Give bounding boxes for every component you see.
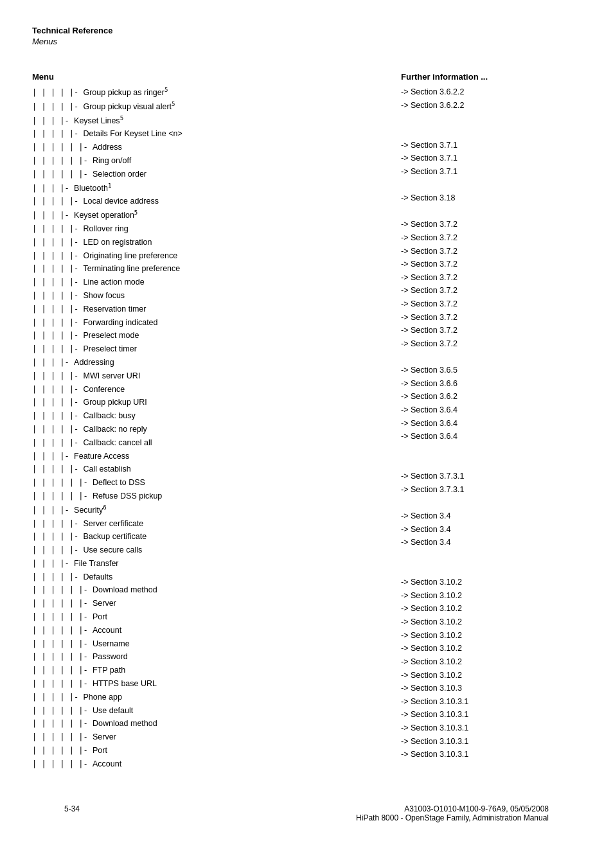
menu-symbol: |-: [69, 224, 84, 233]
further-entry: -> Section 3.6.5: [401, 364, 581, 377]
menu-indent: | | |: [32, 184, 60, 193]
header-subtitle: Menus: [32, 37, 581, 46]
menu-indent: | | | | |: [32, 652, 78, 661]
menu-indent: | | | |: [32, 465, 69, 474]
menu-indent: | | | | |: [32, 156, 78, 165]
menu-row: | | | | |- LED on registration: [32, 236, 401, 249]
menu-label: Local device address: [83, 197, 158, 206]
menu-symbol: |-: [78, 585, 93, 594]
further-entry: -> Section 3.10.3: [401, 682, 581, 695]
menu-symbol: |-: [60, 116, 74, 125]
menu-symbol: |-: [78, 170, 93, 179]
menu-label: Keyset Lines: [74, 116, 120, 125]
menu-symbol: |-: [78, 732, 93, 741]
further-entry: -> Section 3.4: [401, 536, 581, 549]
menu-indent: | | |: [32, 116, 60, 125]
menu-row: | | | | |- Group pickup as ringer5: [32, 85, 401, 100]
menu-symbol: |-: [78, 652, 93, 661]
main-columns: Menu | | | | |- Group pickup as ringer5|…: [32, 72, 581, 771]
menu-superscript: 5: [134, 209, 138, 216]
menu-row: | | | | | |- Ring on/off: [32, 154, 401, 168]
menu-row: | | | | |- Callback: cancel all: [32, 436, 401, 450]
menu-row: | | | | | |- Account: [32, 624, 401, 637]
menu-row: | | | | |- Call establish: [32, 463, 401, 476]
menu-label: Group pickup URI: [83, 398, 147, 407]
further-list: -> Section 3.6.2.2-> Section 3.6.2.2-> S…: [401, 85, 581, 761]
menu-symbol: |-: [69, 465, 84, 474]
menu-label: Callback: no reply: [83, 425, 147, 434]
menu-row: | | | | | |- Deflect to DSS: [32, 476, 401, 490]
further-entry: -> Section 3.7.2: [401, 297, 581, 311]
further-column-header: Further information ...: [401, 72, 581, 82]
menu-symbol: |-: [69, 305, 84, 314]
menu-row: | | | | | |- FTP path: [32, 664, 401, 677]
menu-label: Details For Keyset Line <n>: [83, 129, 182, 138]
menu-symbol: |-: [69, 264, 84, 273]
further-entry: -> Section 3.6.6: [401, 377, 581, 391]
menu-indent: | | | |: [32, 251, 69, 260]
menu-symbol: |-: [69, 344, 84, 353]
further-entry: -> Section 3.7.2: [401, 271, 581, 285]
further-entry: -> Section 3.4: [401, 523, 581, 536]
page-content: Technical Reference Menus Menu | | | | |…: [32, 26, 581, 842]
menu-row: | | | | | |- Use default: [32, 704, 401, 718]
menu-indent: | | | |: [32, 291, 69, 300]
further-entry: -> Section 3.10.2: [401, 642, 581, 655]
menu-indent: | | | | |: [32, 746, 78, 755]
menu-row: | | | | |- Line action mode: [32, 276, 401, 289]
menu-indent: | | | |: [32, 129, 69, 138]
menu-label: Address: [93, 143, 122, 152]
menu-indent: | | |: [32, 211, 60, 220]
menu-label: Server: [93, 599, 116, 608]
menu-row: | | | |- Security6: [32, 503, 401, 517]
further-entry: [401, 443, 581, 457]
further-column: Further information ... -> Section 3.6.2…: [401, 72, 581, 771]
menu-label: Use secure calls: [83, 545, 142, 554]
menu-superscript: 1: [108, 182, 111, 189]
menu-symbol: |-: [78, 156, 93, 165]
menu-row: | | | |- Bluetooth1: [32, 181, 401, 195]
menu-symbol: |-: [69, 385, 84, 394]
menu-indent: | | | |: [32, 545, 69, 554]
menu-row: | | | |- Addressing: [32, 356, 401, 369]
menu-label: Originating line preference: [83, 251, 177, 260]
further-entry: -> Section 3.7.2: [401, 218, 581, 231]
further-entry: [401, 563, 581, 576]
menu-symbol: |-: [60, 506, 74, 515]
menu-label: Server: [93, 732, 116, 741]
menu-row: | | | | |- Backup certificate: [32, 530, 401, 544]
menu-indent: | | | | |: [32, 719, 78, 728]
menu-indent: | | | | |: [32, 732, 78, 741]
menu-indent: | | | | |: [32, 706, 78, 715]
further-entry: -> Section 3.7.2: [401, 311, 581, 324]
menu-row: | | | | | |- Port: [32, 744, 401, 757]
menu-tree: | | | | |- Group pickup as ringer5| | | …: [32, 85, 401, 771]
menu-label: Backup certificate: [83, 532, 147, 541]
menu-superscript: 5: [172, 101, 175, 107]
further-entry: -> Section 3.7.1: [401, 165, 581, 179]
footer-left: 5-34: [64, 804, 80, 822]
menu-symbol: |-: [69, 88, 84, 97]
menu-label: Terminating line preference: [83, 264, 180, 273]
menu-row: | | | | |- Preselect mode: [32, 329, 401, 342]
menu-label: Download method: [93, 719, 157, 728]
further-entry: -> Section 3.7.1: [401, 139, 581, 152]
menu-label: Deflect to DSS: [93, 478, 145, 487]
further-entry: -> Section 3.6.2: [401, 390, 581, 403]
further-entry: [401, 125, 581, 139]
further-entry: -> Section 3.18: [401, 191, 581, 205]
further-entry: [401, 496, 581, 509]
further-entry: -> Section 3.7.1: [401, 152, 581, 165]
menu-label: Password: [93, 652, 128, 661]
menu-row: | | | | | |- Account: [32, 757, 401, 771]
menu-symbol: |-: [60, 184, 74, 193]
menu-label: Bluetooth: [74, 184, 108, 193]
menu-indent: | | | |: [32, 224, 69, 233]
menu-row: | | | |- File Transfer: [32, 557, 401, 571]
menu-row: | | | | |- Details For Keyset Line <n>: [32, 127, 401, 141]
further-entry: -> Section 3.7.2: [401, 324, 581, 337]
menu-symbol: |-: [60, 358, 74, 367]
further-entry: -> Section 3.7.2: [401, 245, 581, 258]
menu-row: | | | |- Keyset operation5: [32, 208, 401, 222]
menu-symbol: |-: [69, 693, 84, 702]
